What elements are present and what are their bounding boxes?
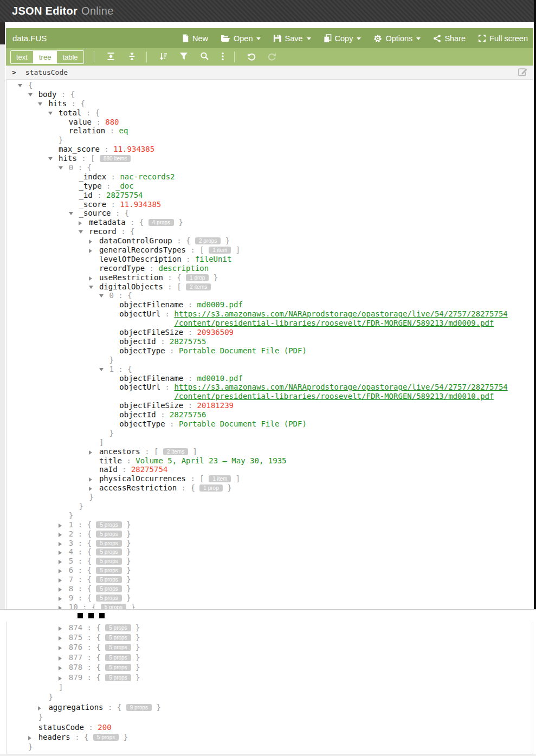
collapsed-toggle-icon[interactable] [89,483,99,493]
json-key[interactable]: levelOfDescription [99,255,182,263]
collapsed-toggle-icon[interactable] [59,529,69,539]
props-badge[interactable]: 5 props [105,644,131,651]
collapsed-toggle-icon[interactable] [59,623,69,632]
json-key[interactable]: objectType [119,346,165,355]
array-index[interactable]: 879 [69,673,82,682]
json-key[interactable]: objectUrl [119,309,160,318]
json-key[interactable]: max_score [59,145,100,153]
search-button[interactable] [200,51,209,62]
props-badge[interactable]: 5 props [96,540,121,547]
collapsed-toggle-icon[interactable] [89,273,99,282]
json-value-string[interactable]: 28275755 [170,337,206,346]
collapsed-toggle-icon[interactable] [89,236,99,245]
props-badge[interactable]: 5 props [105,674,131,681]
json-key[interactable]: record [89,227,117,236]
array-index[interactable]: 5 [69,557,73,565]
json-value-string[interactable]: 28275754 [106,191,143,199]
json-value-string[interactable]: Portable Document File (PDF) [179,346,307,355]
props-badge[interactable]: 2 items [163,448,188,455]
json-value-number[interactable]: 20936509 [197,328,234,337]
mode-table-button[interactable]: table [56,51,83,63]
json-key[interactable]: _score [79,200,107,209]
array-index[interactable]: 2 [69,529,73,538]
expanded-toggle-icon[interactable] [48,108,59,118]
new-button[interactable]: New [182,34,208,43]
expanded-toggle-icon[interactable] [18,81,28,90]
array-index[interactable]: 877 [69,653,82,662]
collapsed-toggle-icon[interactable] [59,566,69,575]
array-index[interactable]: 1 [69,520,73,529]
expanded-toggle-icon[interactable] [79,227,89,236]
props-badge[interactable]: 5 props [93,734,119,741]
json-key[interactable]: hits [59,154,77,163]
mode-text-button[interactable]: text [11,51,33,63]
collapsed-toggle-icon[interactable] [59,673,69,682]
json-key[interactable]: objectUrl [119,383,160,391]
options-button[interactable]: Options [373,34,421,43]
props-badge[interactable]: 2 items [186,283,211,290]
json-key[interactable]: generalRecordsTypes [99,245,186,254]
json-key[interactable]: _source [79,209,111,217]
json-key[interactable]: objectFilename [119,374,183,383]
document-name[interactable]: data.FUS [12,34,47,43]
array-index[interactable]: 876 [69,643,82,651]
props-badge[interactable]: 5 props [96,595,121,602]
json-key[interactable]: objectFileSize [119,328,183,337]
copy-button[interactable]: Copy [324,34,361,43]
props-badge[interactable]: 9 props [126,704,152,711]
props-badge[interactable]: 5 props [96,548,121,555]
collapsed-toggle-icon[interactable] [89,245,99,255]
props-badge[interactable]: 1 item [209,247,231,254]
collapsed-toggle-icon[interactable] [59,584,69,593]
edit-path-button[interactable] [518,67,529,79]
expanded-toggle-icon[interactable] [38,99,48,108]
json-key[interactable]: accessRestriction [99,483,177,492]
expanded-toggle-icon[interactable] [59,163,69,172]
expanded-toggle-icon[interactable] [89,282,99,292]
expanded-toggle-icon[interactable] [28,90,38,99]
collapsed-toggle-icon[interactable] [59,632,69,642]
json-value-string[interactable]: eq [119,126,128,135]
expand-all-button[interactable] [106,52,115,62]
json-key[interactable]: value [69,118,92,126]
mode-tree-button[interactable]: tree [33,51,56,63]
json-value-string[interactable]: md0009.pdf [197,300,243,309]
collapsed-toggle-icon[interactable] [59,547,69,557]
json-key[interactable]: hits [48,99,67,108]
json-value-number[interactable]: 20181239 [197,401,234,410]
json-key[interactable]: ancestors [99,447,140,456]
json-key[interactable]: useRestriction [99,273,163,282]
json-key[interactable]: headers [38,733,70,741]
json-value-number[interactable]: 880 [105,118,119,126]
props-badge[interactable]: 5 props [105,624,131,631]
collapsed-toggle-icon[interactable] [59,662,69,672]
json-key[interactable]: objectId [119,337,156,346]
props-badge[interactable]: 5 props [96,576,121,583]
array-index[interactable]: 875 [69,633,82,642]
collapsed-toggle-icon[interactable] [59,593,69,603]
collapsed-toggle-icon[interactable] [59,520,69,529]
json-key[interactable]: naId [99,465,118,474]
collapsed-toggle-icon[interactable] [59,652,69,662]
json-key[interactable]: dataControlGroup [99,236,172,245]
json-value-url[interactable]: /content/presidential-libraries/roosevel… [174,392,494,400]
props-badge[interactable]: 5 props [105,654,131,661]
json-value-string[interactable]: fileUnit [195,255,231,263]
array-index[interactable]: 3 [69,539,73,547]
props-badge[interactable]: 5 props [96,585,121,592]
json-key[interactable]: relation [69,126,105,135]
collapsed-toggle-icon[interactable] [79,218,89,227]
props-badge[interactable]: 1 prop [186,274,209,281]
expanded-toggle-icon[interactable] [69,209,79,218]
json-key[interactable]: physicalOccurrences [99,474,186,483]
json-value-string[interactable]: Portable Document File (PDF) [179,419,307,428]
json-value-string[interactable]: md0010.pdf [197,374,243,383]
json-value-number[interactable]: 11.934385 [120,200,161,209]
props-badge[interactable]: 5 props [96,567,121,574]
array-index[interactable]: 9 [69,593,73,602]
json-value-url[interactable]: https://s3.amazonaws.com/NARAprodstorage… [174,383,507,391]
json-key[interactable]: objectFileSize [119,401,183,410]
undo-button[interactable] [247,52,256,62]
props-badge[interactable]: 5 props [96,531,121,538]
collapsed-toggle-icon[interactable] [59,642,69,652]
